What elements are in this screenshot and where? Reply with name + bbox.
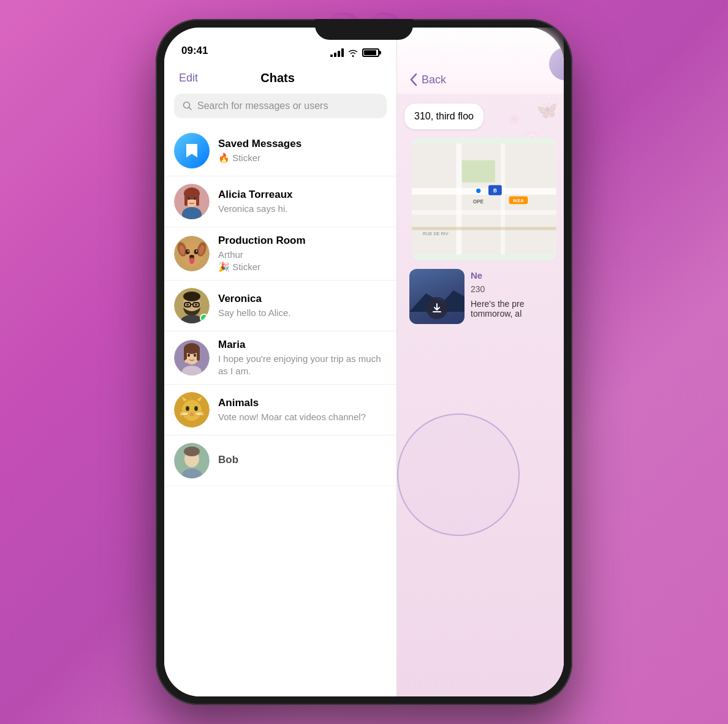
production-room-avatar [174,236,210,271]
alicia-avatar [174,184,210,219]
svg-rect-65 [462,160,495,183]
bob-avatar [174,443,210,478]
production-room-info: Production Room Arthur 🎉 Sticker [218,235,387,273]
map-area: B IKEA OPE RUE DE RIV [412,138,556,260]
media-thumbnail[interactable] [409,269,464,324]
saved-messages-avatar [174,133,210,168]
veronica-avatar [174,288,210,323]
veronica-preview: Say hello to Alice. [218,307,387,319]
chat-item-alicia[interactable]: Alicia Torreaux Veronica says hi. [164,176,396,227]
bob-info: Bob [218,454,387,468]
chat-item-animals[interactable]: Animals Vote now! Moar cat videos channe… [164,385,396,436]
chat-item-bob[interactable]: Bob [164,436,396,486]
bottom-text-area: Ne 230 Here's the pre tommorow, al [471,269,525,319]
chats-title: Chats [260,71,295,85]
chat-list: Saved Messages 🔥 Sticker [164,126,396,696]
svg-rect-62 [457,143,462,254]
svg-text:OPE: OPE [473,199,484,205]
bg-sticker-3: 🌸 [507,112,521,126]
animals-name: Animals [218,397,387,409]
online-indicator [200,314,208,322]
search-icon [183,101,192,111]
svg-point-9 [194,197,196,200]
chat-item-veronica[interactable]: Veronica Say hello to Alice. [164,281,396,331]
svg-rect-35 [197,347,200,361]
svg-point-18 [188,251,189,252]
svg-point-8 [188,197,190,200]
svg-point-72 [476,188,482,194]
svg-point-48 [187,407,188,410]
battery-icon [362,48,379,57]
bob-name: Bob [218,454,387,466]
svg-point-28 [186,304,189,306]
svg-point-37 [188,354,190,357]
chat-item-maria[interactable]: Maria I hope you're enjoying your trip a… [164,331,396,385]
animals-preview: Vote now! Moar cat videos channel? [218,411,387,423]
svg-text:B: B [493,188,497,194]
alicia-preview: Veronica says hi. [218,203,387,215]
svg-point-38 [194,354,196,357]
chat-view-panel: Back 🦋 💮 🌸 310, third floo [397,28,564,696]
signal-icon [330,48,344,57]
status-icons [330,48,379,57]
saved-messages-preview: 🔥 Sticker [218,152,387,164]
svg-point-29 [195,304,197,306]
alicia-name: Alicia Torreaux [218,189,387,201]
svg-point-57 [184,447,200,456]
production-room-preview: Arthur 🎉 Sticker [218,249,387,273]
preview-text-1: Here's the pre [471,299,525,309]
bottom-number: 230 [471,284,525,294]
svg-point-16 [186,249,190,254]
svg-rect-5 [184,194,188,206]
maria-info: Maria I hope you're enjoying your trip a… [218,339,387,377]
nav-bar: Edit Chats [164,62,396,94]
svg-point-17 [194,249,199,254]
saved-messages-name: Saved Messages [218,138,387,150]
chats-panel: 09:41 [164,28,397,696]
phone-frame: 09:41 [156,19,572,705]
preview-text-2: tommorow, al [471,309,525,319]
search-bar[interactable]: Search for messages or users [174,94,387,118]
status-time: 09:41 [181,45,208,57]
phone-container: 💜 09:41 [156,19,572,705]
svg-rect-6 [196,194,199,206]
back-button[interactable]: Back [409,73,446,86]
svg-point-24 [183,292,200,301]
animals-info: Animals Vote now! Moar cat videos channe… [218,397,387,423]
chat-content: 🦋 💮 🌸 310, third floo [397,94,564,696]
chat-view-header: Back [397,28,564,94]
svg-point-21 [189,258,194,264]
saved-messages-info: Saved Messages 🔥 Sticker [218,138,387,164]
svg-point-49 [195,407,197,410]
address-bubble: 310, third floo [404,104,483,129]
maria-avatar [174,340,210,375]
svg-rect-64 [412,227,556,230]
svg-rect-61 [412,210,556,214]
svg-line-1 [189,108,192,110]
svg-text:IKEA: IKEA [514,198,525,203]
alicia-info: Alicia Torreaux Veronica says hi. [218,189,387,215]
map-svg: B IKEA OPE RUE DE RIV [412,138,556,260]
search-placeholder: Search for messages or users [197,100,328,111]
bottom-section: Ne 230 Here's the pre tommorow, al [404,269,556,324]
veronica-name: Veronica [218,293,387,305]
chat-item-production-room[interactable]: Production Room Arthur 🎉 Sticker [164,227,396,281]
veronica-info: Veronica Say hello to Alice. [218,293,387,319]
download-button[interactable] [426,297,448,319]
svg-point-19 [196,251,197,252]
svg-rect-34 [184,347,187,361]
production-room-name: Production Room [218,235,387,247]
edit-button[interactable]: Edit [179,72,198,85]
notch [315,19,413,40]
phone-screen: 09:41 [164,28,564,696]
download-icon [431,303,442,314]
wifi-icon [347,48,358,57]
chat-item-saved-messages[interactable]: Saved Messages 🔥 Sticker [164,126,396,176]
bookmark-icon [183,141,201,160]
back-label: Back [422,74,446,86]
maria-name: Maria [218,339,387,351]
bg-sticker-1: 🦋 [536,100,558,120]
svg-rect-60 [412,188,556,195]
back-chevron-icon [409,73,418,86]
svg-rect-63 [501,143,505,254]
